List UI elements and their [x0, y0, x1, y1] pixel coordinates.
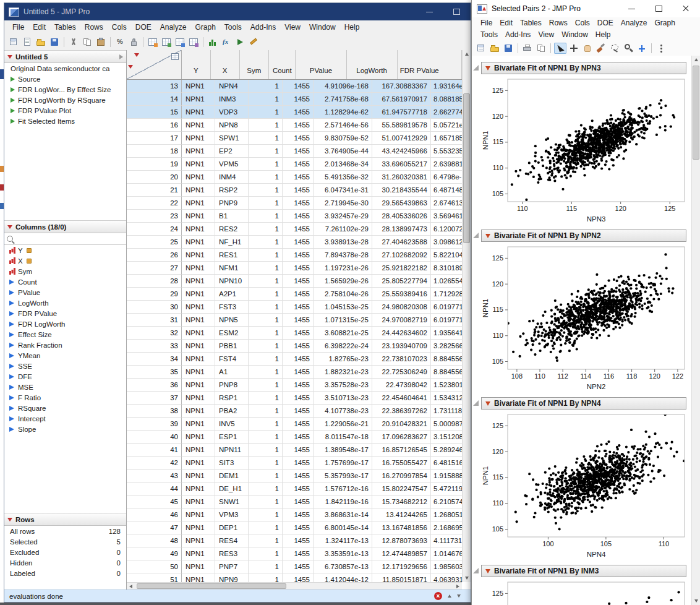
- scroll-right-icon[interactable]: [454, 583, 462, 590]
- menu-addins[interactable]: Add-Ins: [246, 20, 280, 34]
- menu-help[interactable]: Help: [340, 20, 364, 34]
- menu-rows[interactable]: Rows: [545, 17, 571, 29]
- minimize-button[interactable]: [618, 0, 646, 17]
- column-item[interactable]: MSE: [4, 382, 126, 392]
- expand-icon[interactable]: [119, 54, 123, 59]
- copy-icon[interactable]: [81, 36, 93, 48]
- column-item[interactable]: F Ratio: [4, 392, 126, 403]
- menu-tools[interactable]: Tools: [477, 29, 502, 41]
- menu-addins[interactable]: Add-Ins: [502, 29, 534, 41]
- rows-stat[interactable]: Selected5: [4, 536, 126, 547]
- table-row[interactable]: 48NPN1RES4114551.324117e-1312.8780736934…: [127, 534, 462, 547]
- menu-rows[interactable]: Rows: [80, 20, 108, 34]
- column-item[interactable]: Effect Size: [4, 329, 126, 340]
- paste-icon[interactable]: [95, 36, 107, 48]
- outline-header[interactable]: Bivariate Fit of NPN1 By NPN4: [481, 397, 686, 410]
- search-input[interactable]: [15, 234, 124, 244]
- table-row[interactable]: 49NPN1RES3114553.353591e-1312.4744898571…: [127, 547, 462, 560]
- rows-stat[interactable]: Labeled0: [4, 568, 126, 578]
- column-item[interactable]: YMean: [4, 350, 126, 361]
- table-row[interactable]: 15NPN1VDP3114551.128294e-6261.9475777182…: [127, 106, 462, 119]
- section-collapse-icon[interactable]: [473, 65, 479, 71]
- table-row[interactable]: 23NPN1B1114553.932457e-2928.4053360263.5…: [127, 210, 462, 223]
- table-row[interactable]: 20NPN1INM4114555.491356e-3231.2603203816…: [127, 171, 462, 184]
- panel-menu-icon[interactable]: [7, 225, 12, 229]
- table-row[interactable]: 16NPN1NPN8114552.571464e-5655.5898195785…: [127, 119, 462, 132]
- column-item[interactable]: Intercept: [4, 413, 126, 424]
- table-row[interactable]: 13NPN1NPN4114554.91096e-168167.308833671…: [127, 80, 462, 93]
- table-row[interactable]: 22NPN1PNP9114552.719945e-3029.5654398632…: [127, 197, 462, 210]
- column-item[interactable]: LogWorth: [4, 298, 126, 308]
- table-row[interactable]: 14NPN1INM3114552.741758e-6867.5619709178…: [127, 93, 462, 106]
- menu-cols[interactable]: Cols: [108, 20, 131, 34]
- formula-icon[interactable]: [220, 36, 233, 48]
- column-header-x[interactable]: X: [211, 50, 240, 79]
- scroll-bottom-icon[interactable]: [457, 594, 461, 598]
- column-item[interactable]: DFE: [4, 371, 126, 382]
- panel-menu-icon[interactable]: [7, 55, 12, 59]
- table-row[interactable]: 36NPN1PNP8114553.357528e-2322.473980421.…: [127, 379, 462, 392]
- outline-header[interactable]: Bivariate Fit of NPN1 By NPN2: [481, 230, 686, 242]
- table-row[interactable]: 41NPN1NPN11114551.389548e-1716.857126545…: [127, 444, 462, 457]
- summary-table-icon[interactable]: [147, 36, 159, 48]
- lasso-tool-icon[interactable]: [608, 43, 621, 54]
- table-row[interactable]: 32NPN1ESM2114553.608821e-2524.4426346021…: [127, 327, 462, 340]
- menu-edit[interactable]: Edit: [496, 17, 516, 29]
- scatter-svg[interactable]: 105110115120125110115120125NPN3NPN1: [480, 75, 691, 225]
- menu-tables[interactable]: Tables: [516, 17, 545, 29]
- menu-tools[interactable]: Tools: [220, 20, 246, 34]
- scrollbar-thumb[interactable]: [137, 583, 286, 589]
- rows-panel-header[interactable]: Rows: [4, 513, 126, 526]
- column-item[interactable]: SSE: [4, 361, 126, 371]
- menu-tables[interactable]: Tables: [50, 20, 80, 34]
- table-row[interactable]: 39NPN1INV5114551.229056e-2120.9104283215…: [127, 418, 462, 431]
- menu-analyze[interactable]: Analyze: [617, 17, 651, 29]
- menu-analyze[interactable]: Analyze: [156, 20, 191, 34]
- table-row[interactable]: 45NPN1SNW1114551.842119e-1615.7346822126…: [127, 496, 462, 508]
- magnifier-tool-icon[interactable]: [622, 43, 634, 54]
- table-row[interactable]: 29NPN1A2P1114552.758104e-2625.5593894161…: [127, 288, 462, 301]
- maximize-button[interactable]: [646, 0, 673, 17]
- table-corner-cell[interactable]: [127, 50, 182, 79]
- cut-icon[interactable]: [67, 36, 80, 48]
- new-data-table-icon[interactable]: [475, 43, 487, 54]
- script-item[interactable]: Fit Selected Items: [4, 116, 126, 126]
- menu-edit[interactable]: Edit: [28, 20, 50, 34]
- menu-help[interactable]: Help: [592, 29, 615, 41]
- crosshair-tool-icon[interactable]: [568, 43, 580, 54]
- column-item[interactable]: Slope: [4, 424, 126, 434]
- menu-window[interactable]: Window: [558, 29, 592, 41]
- column-header-y[interactable]: Y: [182, 50, 211, 79]
- sort-table-icon[interactable]: [174, 36, 186, 48]
- scroll-left-icon[interactable]: [127, 583, 135, 590]
- table-row[interactable]: 31NPN1NPN5114551.071315e-2524.9700827196…: [127, 314, 462, 327]
- column-item[interactable]: Sym: [4, 266, 126, 277]
- outline-header[interactable]: Bivariate Fit of NPN1 By NPN3: [481, 62, 686, 74]
- column-item[interactable]: Rank Fraction: [4, 340, 126, 350]
- disclosure-icon[interactable]: [485, 401, 490, 406]
- panel-menu-icon[interactable]: [7, 518, 12, 521]
- scatter-svg[interactable]: 105110115120125INM3NPN1: [480, 578, 691, 605]
- table-row[interactable]: 30NPN1FST3114551.045153e-2524.9808203086…: [127, 301, 462, 314]
- join-table-icon[interactable]: [187, 36, 200, 48]
- table-row[interactable]: 27NPN1NFM1114551.197231e-2625.9218221828…: [127, 262, 462, 275]
- scroll-up-icon[interactable]: [463, 50, 471, 58]
- column-item[interactable]: FDR LogWorth: [4, 319, 126, 329]
- rows-stat[interactable]: All rows128: [4, 526, 126, 536]
- menu-doe[interactable]: DOE: [131, 20, 156, 34]
- section-collapse-icon[interactable]: [473, 233, 479, 238]
- menu-window[interactable]: Window: [305, 20, 340, 34]
- menu-cols[interactable]: Cols: [571, 17, 594, 29]
- close-button[interactable]: [673, 0, 700, 17]
- column-item[interactable]: Count: [4, 277, 126, 287]
- table-row[interactable]: 44NPN1DE_H1114551.576712e-1615.802247547…: [127, 483, 462, 496]
- menu-view[interactable]: View: [280, 20, 305, 34]
- new-data-table-icon[interactable]: [7, 36, 20, 48]
- table-row[interactable]: 43NPN1DEM1114555.357993e-1716.2709978541…: [127, 470, 462, 483]
- report-scrollbar[interactable]: [691, 56, 700, 605]
- scatter-svg[interactable]: 105110115120125108110112114116118120122N…: [480, 243, 691, 393]
- maximize-button[interactable]: [443, 3, 471, 20]
- table-row[interactable]: 33NPN1PBB1114556.398222e-2423.1939407093…: [127, 340, 462, 353]
- table-row[interactable]: 50NPN1PNP7114556.730857e-1312.1719296561…: [127, 560, 462, 573]
- stop-evaluation-icon[interactable]: [434, 592, 442, 600]
